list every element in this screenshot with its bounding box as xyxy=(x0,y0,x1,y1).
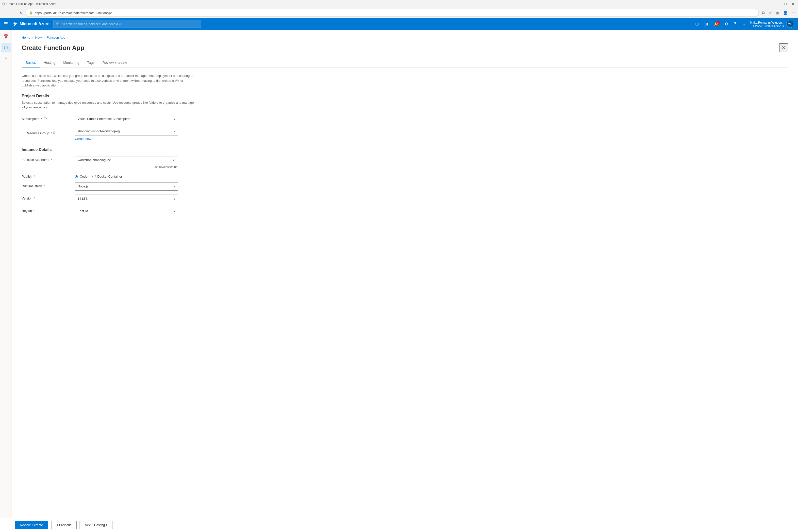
subscription-label: Subscription * ⓘ xyxy=(22,115,71,121)
settings-button[interactable]: ⚙ xyxy=(723,21,730,27)
directory-button[interactable]: ⊞ xyxy=(703,21,710,27)
version-row: Version * 14 LTS ∨ xyxy=(22,194,788,203)
azure-nav-right: ⬡ ⊞ 🔔 1 ⚙ ? ☺ Malte.Reimann@studen... ST… xyxy=(693,20,794,28)
sidebar-add-button[interactable]: + xyxy=(1,54,11,63)
tab-basics[interactable]: Basics xyxy=(22,58,40,68)
tabs-bar: Basics Hosting Monitoring Tags Review + … xyxy=(22,58,788,68)
breadcrumb-function-app[interactable]: Function App xyxy=(46,36,65,39)
help-button[interactable]: ? xyxy=(732,21,738,27)
function-app-name-label: Function App name * xyxy=(22,156,71,162)
back-button[interactable]: ← xyxy=(2,10,9,16)
nav-buttons: ← → ↻ xyxy=(2,10,24,16)
project-details-title: Project Details xyxy=(22,94,788,98)
version-label: Version * xyxy=(22,194,71,200)
browser-title: ⬡ Create Function App - Microsoft Azure xyxy=(2,2,56,6)
publish-code-option[interactable]: Code xyxy=(75,175,88,178)
close-window-button[interactable]: ✕ xyxy=(790,1,796,6)
region-select[interactable]: East US xyxy=(75,207,178,215)
publish-label: Publish * xyxy=(22,173,71,178)
runtime-stack-select[interactable]: Node.js xyxy=(75,182,178,191)
user-name-display: Malte.Reimann@studen... STUDENT AMBASSAD… xyxy=(750,21,784,27)
project-details-section: Project Details Select a subscription to… xyxy=(22,94,788,110)
url-text: https://portal.azure.com/#create/Microso… xyxy=(35,11,756,15)
resource-group-select[interactable]: shopping-list-bot-workshop-rg xyxy=(75,127,178,135)
breadcrumb-home[interactable]: Home xyxy=(22,36,30,39)
minimize-button[interactable]: ─ xyxy=(776,1,781,6)
version-required-marker: * xyxy=(34,196,35,200)
region-required-marker: * xyxy=(33,209,35,212)
sidebar-azure-button[interactable]: ⬡ xyxy=(1,43,11,53)
publish-row: Publish * Code Docker Container xyxy=(22,173,788,178)
function-app-name-check-icon: ✓ xyxy=(173,158,176,162)
next-hosting-button[interactable]: Next : Hosting > xyxy=(79,521,113,524)
hamburger-menu-button[interactable]: ☰ xyxy=(4,21,8,26)
version-control: 14 LTS ∨ xyxy=(75,194,178,203)
function-app-name-required-marker: * xyxy=(51,158,52,162)
resource-group-row: Resource Group * ⓘ shopping-list-bot-wor… xyxy=(22,127,788,141)
instance-details-title: Instance Details xyxy=(22,148,788,152)
page-ellipsis-button[interactable]: ··· xyxy=(88,45,94,51)
tab-monitoring[interactable]: Monitoring xyxy=(59,58,83,68)
version-select-wrapper: 14 LTS ∨ xyxy=(75,194,178,203)
restore-button[interactable]: □ xyxy=(783,1,788,6)
window-controls[interactable]: ─ □ ✕ xyxy=(776,1,796,6)
feedback-button[interactable]: ☺ xyxy=(740,21,748,27)
title-bar: ⬡ Create Function App - Microsoft Azure … xyxy=(0,0,798,8)
resource-group-required-marker: * xyxy=(51,131,52,135)
sidebar-calendar-button[interactable]: 📅 xyxy=(1,32,11,42)
tab-hosting[interactable]: Hosting xyxy=(40,58,59,68)
region-label: Region * xyxy=(22,207,71,212)
resource-group-label: Resource Group * ⓘ xyxy=(25,129,75,135)
publish-docker-radio[interactable] xyxy=(92,175,96,178)
runtime-stack-required-marker: * xyxy=(43,184,44,188)
function-app-name-suffix: .azurewebsites.net xyxy=(75,165,178,169)
runtime-stack-select-wrapper: Node.js ∨ xyxy=(75,182,178,191)
user-info[interactable]: Malte.Reimann@studen... STUDENT AMBASSAD… xyxy=(750,20,794,28)
resource-group-info-icon[interactable]: ⓘ xyxy=(53,131,56,135)
favorites-icon[interactable]: ☆ xyxy=(767,10,773,16)
resource-group-control: shopping-list-bot-workshop-rg ∨ Create n… xyxy=(75,127,178,141)
page-header: Create Function App ··· ✕ xyxy=(22,43,788,52)
runtime-stack-control: Node.js ∨ xyxy=(75,182,178,191)
profile-icon[interactable]: 👤 xyxy=(782,10,789,16)
publish-code-radio[interactable] xyxy=(75,175,78,178)
review-create-button[interactable]: Review + create xyxy=(15,521,48,524)
search-icon: 🔍 xyxy=(56,22,60,26)
previous-button[interactable]: < Previous xyxy=(51,521,77,524)
function-app-name-input-wrapper: ✓ xyxy=(75,156,178,164)
tab-tags[interactable]: Tags xyxy=(83,58,98,68)
breadcrumb-new[interactable]: New xyxy=(35,36,42,39)
extensions-icon[interactable]: ⧉ xyxy=(761,10,765,16)
browser-toolbar-right: ⧉ ☆ ⊞ 👤 ··· xyxy=(761,10,796,16)
more-menu-icon[interactable]: ··· xyxy=(791,10,796,16)
collections-icon[interactable]: ⊞ xyxy=(775,10,780,16)
page-title: Create Function App xyxy=(22,44,84,52)
page-description: Create a function app, which lets you gr… xyxy=(22,73,194,88)
azure-logo-icon xyxy=(12,21,18,27)
subscription-info-icon[interactable]: ⓘ xyxy=(43,117,46,121)
lock-icon: 🔒 xyxy=(29,11,33,15)
user-avatar[interactable]: MR xyxy=(786,20,794,28)
subscription-select[interactable]: Visual Studio Enterprise Subscription xyxy=(75,115,178,123)
publish-docker-option[interactable]: Docker Container xyxy=(92,175,122,178)
notifications-button[interactable]: 🔔 1 xyxy=(712,21,721,27)
region-select-wrapper: East US ∨ xyxy=(75,207,178,215)
bottom-action-bar: Review + create < Previous Next : Hostin… xyxy=(0,518,798,524)
cloud-shell-button[interactable]: ⬡ xyxy=(693,21,701,27)
azure-logo[interactable]: Microsoft Azure xyxy=(12,21,49,27)
publish-control: Code Docker Container xyxy=(75,173,178,178)
url-bar[interactable]: 🔒 https://portal.azure.com/#create/Micro… xyxy=(26,9,759,17)
forward-button[interactable]: → xyxy=(10,10,17,16)
version-select[interactable]: 14 LTS xyxy=(75,194,178,203)
breadcrumb-sep-1: › xyxy=(32,36,33,39)
azure-search-bar[interactable]: 🔍 xyxy=(53,20,201,28)
breadcrumb-sep-3: › xyxy=(67,36,68,39)
function-app-name-input[interactable] xyxy=(75,156,178,164)
create-new-resource-group-link[interactable]: Create new xyxy=(75,137,91,141)
publish-required-marker: * xyxy=(34,175,35,178)
region-row: Region * East US ∨ xyxy=(22,207,788,215)
close-page-button[interactable]: ✕ xyxy=(779,43,788,52)
refresh-button[interactable]: ↻ xyxy=(18,10,24,16)
tab-review-create[interactable]: Review + create xyxy=(98,58,131,68)
search-input[interactable] xyxy=(62,22,198,26)
